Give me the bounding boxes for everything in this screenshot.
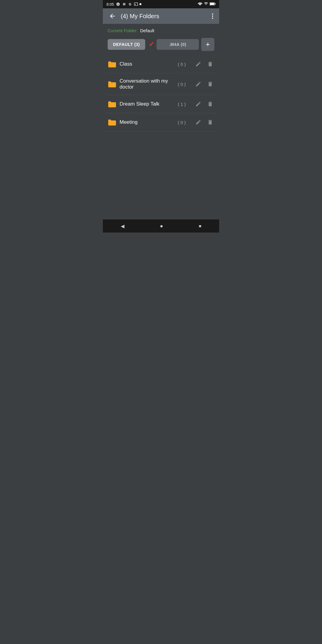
svg-rect-2 [215,3,216,4]
add-folder-button[interactable]: + [201,38,214,51]
folder-icon [108,61,116,67]
m4a-filter-button[interactable]: .M4A (0) [157,39,199,50]
folder-icon [108,119,116,126]
gmail-icon: M [122,2,126,7]
nav-home-button[interactable]: ● [154,221,169,232]
folder-count: ( 0 ) [178,120,186,125]
folder-count: ( 0 ) [178,82,186,87]
folder-name: Conversation with my doctor [120,78,174,90]
list-item: Class ( 0 ) [105,55,217,73]
status-time: 8:05 [106,2,114,7]
edit-button[interactable] [193,80,204,88]
filter-row: DEFAULT (3) ✓ .M4A (0) + [103,36,219,55]
svg-rect-1 [210,3,214,5]
status-icons: M G [116,2,141,7]
folder-list: Class ( 0 ) Conversation with my doctor … [103,55,219,219]
page-title: (4) My Folders [121,13,207,20]
signal-icon [204,1,208,7]
edit-button[interactable] [193,100,204,108]
settings-icon [116,2,120,7]
folder-count: ( 0 ) [178,62,186,67]
list-item: Conversation with my doctor ( 0 ) [105,73,217,95]
edit-button[interactable] [193,118,204,126]
folder-icon [108,101,116,107]
current-folder-value: Default [140,28,154,33]
status-bar-right [198,1,216,7]
nav-recent-button[interactable]: ■ [193,221,207,231]
delete-button[interactable] [207,100,214,108]
folder-name: Dream Sleep Talk [120,101,174,107]
back-button[interactable] [108,11,117,21]
google-icon: G [128,2,132,7]
folder-count: ( 1 ) [178,102,186,107]
edit-button[interactable] [193,60,204,68]
list-item: Dream Sleep Talk ( 1 ) [105,95,217,113]
nav-back-button[interactable]: ◀ [115,221,130,231]
notification-dot [140,3,141,5]
list-item: Meeting ( 0 ) [105,113,217,131]
delete-button[interactable] [207,80,214,88]
default-filter-button[interactable]: DEFAULT (3) [108,39,145,50]
status-bar-left: 8:05 M G [106,2,141,7]
battery-icon [210,1,216,7]
status-bar: 8:05 M G [103,0,219,8]
folder-icon [108,81,116,87]
selected-checkmark: ✓ [149,41,154,48]
folder-name: Meeting [120,119,174,125]
delete-button[interactable] [207,118,214,126]
wifi-icon [198,1,202,7]
cast-icon [134,2,138,7]
current-folder-bar: Current Folder: Default [103,24,219,36]
toolbar: (4) My Folders [103,8,219,24]
folder-name: Class [120,61,174,67]
nav-bar: ◀ ● ■ [103,219,219,233]
current-folder-label: Current Folder: [108,28,138,33]
more-button[interactable] [211,12,214,20]
delete-button[interactable] [207,60,214,68]
